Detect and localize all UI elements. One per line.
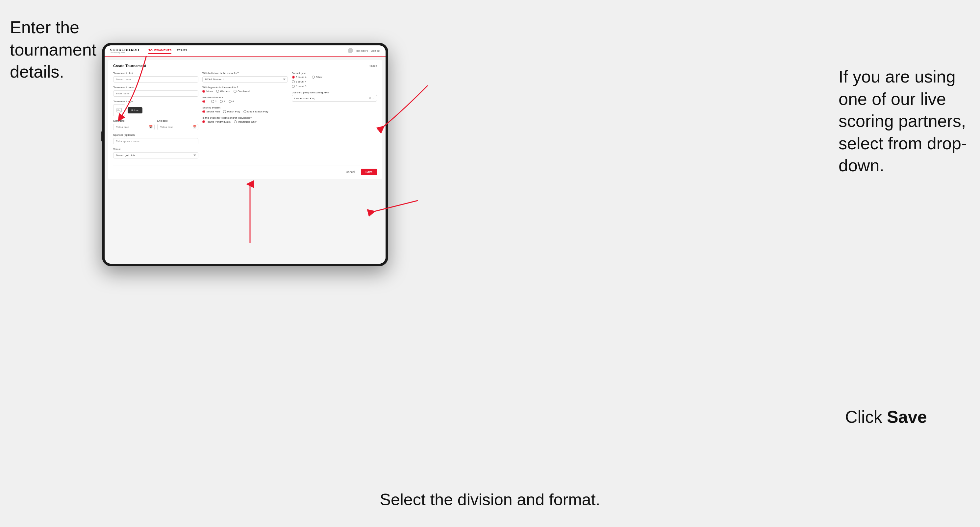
division-select[interactable]: NCAA Division I	[202, 76, 288, 83]
format-6count5-label: 6 count 5	[296, 85, 307, 88]
logo-placeholder	[113, 104, 125, 116]
format-6count4[interactable]: 6 count 4	[292, 80, 307, 83]
sponsor-label: Sponsor (optional)	[113, 133, 198, 137]
annotation-save-bold: Save	[887, 407, 927, 426]
annotation-live-text: If you are using one of our live scoring…	[838, 67, 967, 175]
gender-womens-radio[interactable]	[216, 90, 219, 93]
rounds-1-radio[interactable]	[202, 100, 205, 103]
teams-radio-group: Teams (+Individuals) Individuals Only	[202, 120, 288, 123]
teams-individuals-radio[interactable]	[234, 120, 237, 123]
rounds-label: Number of rounds	[202, 96, 288, 99]
tablet-screen: SCOREBOARD Powered by clippi TOURNAMENTS…	[105, 45, 385, 264]
rounds-4-label: 4	[232, 100, 234, 103]
format-6count5-radio[interactable]	[292, 85, 295, 88]
format-row-3: 6 count 5	[292, 85, 377, 88]
back-link[interactable]: Back	[368, 64, 377, 67]
nav-tab-teams[interactable]: TEAMS	[177, 48, 187, 54]
annotation-division-text: Select the division and format.	[380, 490, 600, 509]
sponsor-group: Sponsor (optional)	[113, 133, 198, 144]
gender-womens[interactable]: Womens	[216, 90, 230, 93]
rounds-3[interactable]: 3	[220, 100, 225, 103]
format-5count4-radio[interactable]	[292, 76, 295, 79]
tournament-name-input[interactable]	[113, 90, 198, 97]
rounds-4[interactable]: 4	[229, 100, 234, 103]
scoring-stroke-radio[interactable]	[202, 110, 205, 113]
end-date-input[interactable]	[157, 124, 199, 130]
scoring-stroke[interactable]: Stroke Play	[202, 110, 220, 113]
form-columns: Tournament Host Tournament name Tourname…	[113, 71, 377, 162]
scoring-match-radio[interactable]	[223, 110, 226, 113]
live-scoring-expand[interactable]: ⌄	[372, 97, 374, 100]
gender-group: Which gender is the event for? Mens Wome…	[202, 86, 288, 93]
start-date-label: Start date	[113, 119, 154, 122]
save-button[interactable]: Save	[361, 169, 377, 175]
gender-radio-group: Mens Womens Combined	[202, 90, 288, 93]
rounds-2[interactable]: 2	[211, 100, 216, 103]
rounds-group: Number of rounds 1 2	[202, 96, 288, 103]
format-other-radio[interactable]	[312, 76, 315, 79]
start-date-input[interactable]	[113, 124, 154, 130]
gender-combined-radio[interactable]	[234, 90, 237, 93]
rounds-3-label: 3	[224, 100, 225, 103]
teams-individuals[interactable]: Individuals Only	[234, 120, 256, 123]
venue-select[interactable]: Search golf club	[113, 152, 198, 159]
rounds-4-radio[interactable]	[229, 100, 232, 103]
teams-teams-label: Teams (+Individuals)	[206, 120, 231, 123]
tournament-host-group: Tournament Host	[113, 71, 198, 83]
live-scoring-field[interactable]: Leaderboard King ✕ ⌄	[292, 95, 377, 102]
upload-button[interactable]: Upload	[128, 107, 142, 113]
signout-link[interactable]: Sign out	[371, 49, 380, 52]
user-avatar	[348, 48, 353, 53]
svg-point-1	[118, 109, 119, 110]
scoring-match[interactable]: Match Play	[223, 110, 240, 113]
teams-teams-radio[interactable]	[202, 120, 205, 123]
panel-title: Create Tournament	[113, 64, 146, 68]
gender-mens[interactable]: Mens	[202, 90, 213, 93]
form-col-1: Tournament Host Tournament name Tourname…	[113, 71, 198, 162]
tournament-host-input[interactable]	[113, 76, 198, 83]
format-5count4[interactable]: 5 count 4	[292, 76, 307, 79]
annotation-select-division: Select the division and format.	[375, 489, 605, 511]
scoring-medal-label: Medal Match Play	[247, 110, 269, 113]
gender-combined[interactable]: Combined	[234, 90, 249, 93]
gender-mens-radio[interactable]	[202, 90, 205, 93]
app-header: SCOREBOARD Powered by clippi TOURNAMENTS…	[105, 45, 385, 57]
format-6count4-radio[interactable]	[292, 80, 295, 83]
panel-header: Create Tournament Back	[113, 64, 377, 68]
division-group: Which division is the event for? NCAA Di…	[202, 71, 288, 83]
rounds-1[interactable]: 1	[202, 100, 208, 103]
rounds-2-radio[interactable]	[211, 100, 214, 103]
cancel-button[interactable]: Cancel	[342, 169, 358, 175]
format-6count4-label: 6 count 4	[296, 80, 307, 83]
header-username: Test User |	[356, 49, 368, 52]
gender-womens-label: Womens	[220, 90, 230, 93]
brand-sub: Powered by clippi	[110, 52, 139, 54]
annotation-enter-tournament: Enter the tournament details.	[10, 16, 102, 83]
format-row-2: 6 count 4	[292, 80, 377, 83]
format-type-group: Format type 5 count 4 Other	[292, 71, 377, 88]
division-label: Which division is the event for?	[202, 71, 288, 75]
form-col-2: Which division is the event for? NCAA Di…	[202, 71, 288, 162]
page-content: Create Tournament Back Tournament Host T…	[105, 57, 385, 264]
rounds-3-radio[interactable]	[220, 100, 223, 103]
rounds-radio-group: 1 2 3	[202, 100, 288, 103]
scoring-medal[interactable]: Medal Match Play	[243, 110, 269, 113]
teams-label: Is this event for Teams and/or Individua…	[202, 116, 288, 119]
format-type-options: 5 count 4 Other	[292, 76, 377, 88]
live-scoring-group: Use third-party live scoring API? Leader…	[292, 91, 377, 102]
calendar-icon-end: 📅	[193, 125, 196, 129]
tournament-name-group: Tournament name	[113, 86, 198, 97]
tournament-logo-label: Tournament logo	[113, 100, 198, 103]
logo-area: Upload	[113, 104, 198, 116]
live-scoring-clear[interactable]: ✕	[369, 97, 371, 100]
format-other[interactable]: Other	[312, 76, 322, 79]
teams-teams[interactable]: Teams (+Individuals)	[202, 120, 231, 123]
scoring-medal-radio[interactable]	[243, 110, 247, 113]
format-6count5[interactable]: 6 count 5	[292, 85, 307, 88]
gender-label: Which gender is the event for?	[202, 86, 288, 89]
sponsor-input[interactable]	[113, 138, 198, 144]
tablet-shell: SCOREBOARD Powered by clippi TOURNAMENTS…	[102, 43, 388, 266]
scoring-label: Scoring system	[202, 106, 288, 109]
nav-tab-tournaments[interactable]: TOURNAMENTS	[148, 48, 172, 54]
date-row: Start date 📅 End date	[113, 119, 198, 130]
